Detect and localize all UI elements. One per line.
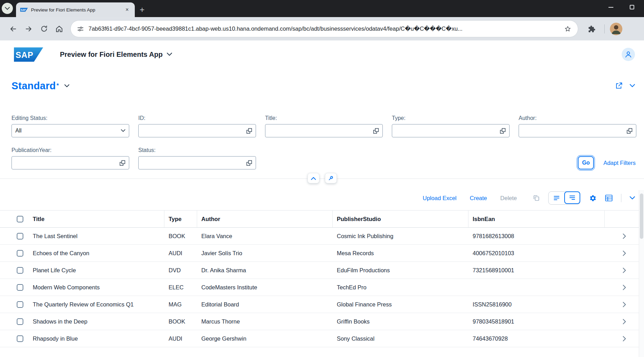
svg-text:SAP: SAP xyxy=(16,51,33,60)
title-filter-input[interactable] xyxy=(269,128,373,134)
cell-author: George Gershwin xyxy=(197,335,333,342)
value-help-icon[interactable] xyxy=(246,128,252,134)
row-navigation[interactable] xyxy=(605,234,644,239)
filter-label: Type: xyxy=(392,115,510,121)
back-button[interactable] xyxy=(6,21,21,37)
chevron-right-icon xyxy=(623,234,626,239)
row-navigation[interactable] xyxy=(605,251,644,256)
status-filter-input[interactable] xyxy=(142,160,246,166)
home-button[interactable] xyxy=(52,21,67,37)
type-filter-input[interactable] xyxy=(396,128,500,134)
cell-isbnean: 4006752010103 xyxy=(468,250,605,257)
collapse-filter-button[interactable] xyxy=(308,173,319,183)
site-info-icon[interactable] xyxy=(77,25,84,32)
window-maximize-button[interactable] xyxy=(630,5,634,9)
row-navigation[interactable] xyxy=(605,268,644,273)
filter-field-status: Status: xyxy=(138,147,256,169)
home-icon xyxy=(55,25,63,33)
table-row[interactable]: The Last Sentinel BOOK Elara Vance Cosmi… xyxy=(0,228,644,245)
header-cell-isbnean[interactable]: IsbnEan xyxy=(468,211,605,227)
row-checkbox[interactable] xyxy=(17,233,23,240)
cell-author: Marcus Thorne xyxy=(197,318,333,325)
app-title-chevron-down-icon[interactable] xyxy=(167,53,172,56)
go-button[interactable]: Go xyxy=(578,156,594,169)
row-navigation[interactable] xyxy=(605,336,644,341)
value-help-icon[interactable] xyxy=(627,128,633,134)
publicationyear-filter-input[interactable] xyxy=(15,160,119,166)
variant-chevron-down-icon[interactable] xyxy=(64,84,69,88)
forward-button[interactable] xyxy=(21,21,36,37)
value-help-icon[interactable] xyxy=(373,128,379,134)
tab-close-icon[interactable]: × xyxy=(124,6,131,13)
create-button[interactable]: Create xyxy=(470,195,487,202)
header-chevron-down-icon[interactable] xyxy=(630,84,635,88)
header-cell-type[interactable]: Type xyxy=(164,211,197,227)
divider xyxy=(621,194,621,202)
profile-avatar[interactable] xyxy=(610,23,622,35)
cell-publisherstudio: Global Finance Press xyxy=(333,301,468,308)
pin-filter-button[interactable] xyxy=(325,173,337,183)
copy-button[interactable] xyxy=(533,195,540,202)
row-checkbox[interactable] xyxy=(17,284,23,291)
row-navigation[interactable] xyxy=(605,302,644,307)
user-avatar-button[interactable] xyxy=(622,48,635,61)
value-help-icon[interactable] xyxy=(119,160,125,166)
variant-title[interactable]: Standard xyxy=(11,80,56,92)
header-cell-publisherstudio[interactable]: PublisherStudio xyxy=(333,211,468,227)
select-all-checkbox[interactable] xyxy=(17,216,23,222)
filter-field-editing-status: Editing Status: All xyxy=(11,115,129,137)
app-title[interactable]: Preview for Fiori Elements App xyxy=(60,51,163,59)
share-icon[interactable] xyxy=(615,82,623,90)
url-bar[interactable]: 7ab63f61-d9c7-4bcf-9057-beead39881c1.aba… xyxy=(70,20,578,37)
row-navigation[interactable] xyxy=(605,285,644,290)
row-checkbox[interactable] xyxy=(17,301,23,308)
table-row[interactable]: Echoes of the Canyon AUDI Javier Solís T… xyxy=(0,245,644,262)
toolbar-overflow-button[interactable] xyxy=(630,196,635,200)
row-checkbox[interactable] xyxy=(17,267,23,274)
table-settings-button[interactable] xyxy=(589,194,597,202)
cell-publisherstudio: TechEd Pro xyxy=(333,284,468,291)
filter-label: Author: xyxy=(519,115,636,121)
header-cell-title[interactable]: Title xyxy=(29,211,164,227)
view-segment-left-button[interactable] xyxy=(549,192,565,204)
table-row[interactable]: Rhapsody in Blue AUDI George Gershwin So… xyxy=(0,330,644,347)
bookmark-star-icon[interactable] xyxy=(564,25,572,33)
window-minimize-button[interactable] xyxy=(608,7,613,8)
url-text[interactable]: 7ab63f61-d9c7-4bcf-9057-beead39881c1.aba… xyxy=(88,25,564,32)
cell-author: CodeMasters Institute xyxy=(197,284,333,291)
id-filter-input[interactable] xyxy=(142,128,246,134)
scrollbar-thumb[interactable] xyxy=(640,193,643,239)
author-filter-input[interactable] xyxy=(522,128,627,134)
row-checkbox[interactable] xyxy=(17,318,23,325)
table-row[interactable]: Planet Life Cycle DVD Dr. Anika Sharma E… xyxy=(0,262,644,279)
variant-management: Standard * xyxy=(0,79,644,92)
extensions-button[interactable] xyxy=(584,21,599,37)
editing-status-value: All xyxy=(15,128,121,134)
value-help-icon[interactable] xyxy=(246,160,252,166)
adapt-filters-link[interactable]: Adapt Filters xyxy=(603,160,636,166)
editing-status-select[interactable]: All xyxy=(11,124,129,137)
vertical-scrollbar[interactable] xyxy=(639,190,644,357)
view-segment-right-button[interactable] xyxy=(564,191,580,204)
upload-excel-button[interactable]: Upload Excel xyxy=(423,195,457,202)
row-navigation[interactable] xyxy=(605,319,644,324)
browser-tab[interactable]: SAP Preview for Fiori Elements App × xyxy=(16,2,135,17)
table-row[interactable]: Modern Web Components ELEC CodeMasters I… xyxy=(0,279,644,296)
cell-publisherstudio: EduFilm Productions xyxy=(333,267,468,274)
export-button[interactable] xyxy=(605,195,613,202)
row-checkbox[interactable] xyxy=(17,335,23,342)
cell-type: DVD xyxy=(164,267,197,274)
refresh-button[interactable] xyxy=(36,21,52,37)
delete-button[interactable]: Delete xyxy=(500,195,517,202)
new-tab-button[interactable]: + xyxy=(140,6,145,14)
tab-list-button[interactable] xyxy=(2,3,13,14)
table-row[interactable]: The Quarterly Review of Economics Q1 MAG… xyxy=(0,296,644,313)
table-row[interactable]: Shadows in the Deep BOOK Marcus Thorne G… xyxy=(0,313,644,330)
chevron-right-icon xyxy=(623,268,626,273)
cell-author: Javier Solís Trio xyxy=(197,250,333,257)
chevron-down-icon xyxy=(5,7,10,10)
chevron-right-icon xyxy=(623,302,626,307)
header-cell-author[interactable]: Author xyxy=(197,211,333,227)
value-help-icon[interactable] xyxy=(500,128,506,134)
row-checkbox[interactable] xyxy=(17,250,23,257)
